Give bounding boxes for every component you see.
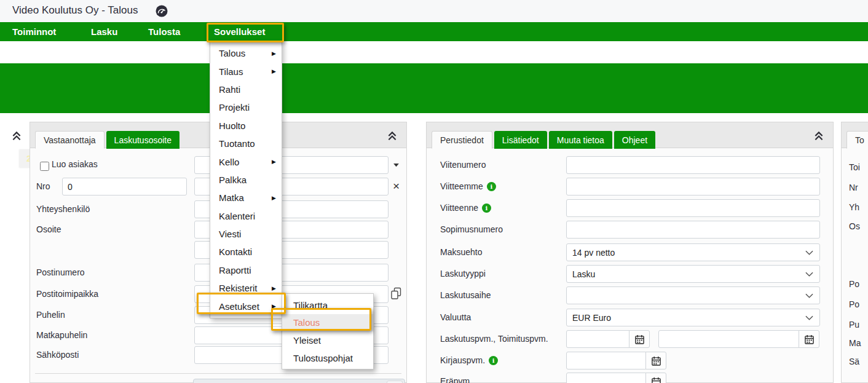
panel-collapse-button[interactable] <box>813 130 824 141</box>
chevron-down-icon <box>805 315 813 320</box>
puhelin-label: Puhelin <box>36 310 65 320</box>
sopimusnumero-label: Sopimusnumero <box>440 224 503 234</box>
tab-toimitusosoite[interactable]: To <box>846 131 868 149</box>
calendar-icon <box>635 334 644 344</box>
nro-label: Nro <box>36 181 50 191</box>
submenu-item-tulostuspohjat[interactable]: Tulostuspohjat <box>282 349 373 367</box>
chevron-down-icon <box>805 250 813 255</box>
tab-laskutusosoite[interactable]: Laskutusosoite <box>106 131 180 149</box>
submenu-item-talous[interactable]: Talous <box>282 314 373 332</box>
calendar-icon <box>652 356 661 366</box>
collapse-all-button[interactable] <box>11 130 22 141</box>
menu-item-talous[interactable]: Talous▶ <box>210 44 282 62</box>
kirjauspvm-input[interactable] <box>566 352 646 369</box>
menu-item-asetukset[interactable]: Asetukset▶ <box>210 297 282 315</box>
menu-item-palkka[interactable]: Palkka <box>210 171 282 189</box>
laskutuspvm-input[interactable] <box>566 330 629 348</box>
viitenumero-input[interactable] <box>566 156 820 174</box>
recipient-tabs: Vastaanottaja Laskutusosoite <box>35 131 180 149</box>
laskutuspvm-calendar-button[interactable] <box>629 330 650 348</box>
viitteenne-input[interactable] <box>566 199 820 217</box>
laskutuspvm-toimituspvm-label: Laskutuspvm., Toimituspvm. <box>440 334 548 344</box>
tab-lisatiedot[interactable]: Lisätiedot <box>494 131 547 149</box>
menu-toiminnot[interactable]: Toiminnot <box>12 22 56 41</box>
section-divider <box>35 373 401 374</box>
toimituspvm-calendar-button[interactable] <box>799 330 819 348</box>
submenu-item-tilikartta[interactable]: Tilikartta <box>282 296 373 314</box>
laskutyyppi-select[interactable]: Lasku <box>566 265 820 283</box>
tab-vastaanottaja[interactable]: Vastaanottaja <box>35 131 105 149</box>
submenu-item-yleiset[interactable]: Yleiset <box>282 331 373 349</box>
submenu-arrow-icon: ▶ <box>272 50 276 57</box>
menu-item-rekisterit[interactable]: Rekisterit▶ <box>210 279 282 297</box>
tab-ohjeet[interactable]: Ohjeet <box>614 131 655 149</box>
menu-item-kontakti[interactable]: Kontakti <box>210 243 282 261</box>
menu-item-viesti[interactable]: Viesti <box>210 225 282 243</box>
far-field-label: Po <box>849 279 859 289</box>
info-icon[interactable]: i <box>482 203 491 213</box>
osoite-label: Osoite <box>36 224 61 234</box>
laskutusaihe-label: Laskutusaihe <box>440 290 491 300</box>
basic-info-tabs: Perustiedot Lisätiedot Muuta tietoa Ohje… <box>432 131 655 149</box>
menu-sovellukset[interactable]: Sovellukset <box>214 22 265 41</box>
submenu-arrow-icon: ▶ <box>272 195 276 201</box>
yhteyshenkilo-label: Yhteyshenkilö <box>36 204 90 214</box>
delivery-tabs: To <box>846 131 868 149</box>
panel-collapse-button[interactable] <box>387 130 398 141</box>
basic-info-panel: Perustiedot Lisätiedot Muuta tietoa Ohje… <box>426 122 834 383</box>
menu-item-rahti[interactable]: Rahti <box>210 81 282 98</box>
viitteemme-input[interactable] <box>566 178 820 195</box>
delivery-panel: To Toi Nr Yh Os Po Po Pu Ma Sä <box>841 122 868 383</box>
nro-input[interactable] <box>62 178 187 195</box>
far-field-label: Nr <box>849 183 858 192</box>
menu-lasku[interactable]: Lasku <box>91 22 117 41</box>
laskutusaihe-select[interactable] <box>566 286 820 304</box>
toimituspvm-input[interactable] <box>658 330 799 348</box>
combo-caret-icon[interactable] <box>393 163 400 167</box>
menu-item-tilaus[interactable]: Tilaus▶ <box>210 62 282 80</box>
calendar-icon <box>652 377 661 383</box>
valuutta-select[interactable]: EUR Euro <box>566 309 820 326</box>
valuutta-label: Valuutta <box>440 312 471 322</box>
menu-item-tuotanto[interactable]: Tuotanto <box>210 135 282 152</box>
gauge-icon <box>156 5 168 17</box>
far-field-label: Pu <box>849 320 859 330</box>
submenu-arrow-icon: ▶ <box>272 68 276 74</box>
menu-item-projekti[interactable]: Projekti <box>210 98 282 116</box>
kirjauspvm-calendar-button[interactable] <box>645 352 666 369</box>
asetukset-submenu: Tilikartta Talous Yleiset Tulostuspohjat <box>282 293 374 369</box>
menu-item-raportti[interactable]: Raportti <box>210 261 282 279</box>
postinumero-label: Postinumero <box>36 267 85 277</box>
viitenumero-label: Viitenumero <box>440 160 486 170</box>
next-section-box <box>193 379 405 383</box>
menu-item-huolto[interactable]: Huolto <box>210 117 282 135</box>
postitoimipaikka-label: Postitoimipaikka <box>36 289 98 299</box>
far-field-label: Ma <box>849 338 861 348</box>
erapvm-input[interactable] <box>566 373 646 383</box>
menu-item-kalenteri[interactable]: Kalenteri <box>210 207 282 225</box>
chevron-down-icon <box>805 293 813 298</box>
far-field-label: Po <box>849 299 859 309</box>
info-icon[interactable]: i <box>489 356 498 365</box>
maksuehto-select[interactable]: 14 pv netto <box>566 243 820 261</box>
create-customer-checkbox[interactable] <box>40 162 49 171</box>
window-title: Video Koulutus Oy - Talous <box>12 4 138 17</box>
copy-address-icon[interactable] <box>390 287 402 300</box>
matkapuhelin-label: Matkapuhelin <box>36 330 87 340</box>
far-field-label: Sä <box>849 357 859 366</box>
kirjauspvm-label: Kirjauspvm.i <box>440 355 498 365</box>
menubar: Toiminnot Lasku Tulosta Sovellukset <box>0 22 868 41</box>
tab-perustiedot[interactable]: Perustiedot <box>432 131 492 149</box>
next-section-control[interactable] <box>387 381 403 383</box>
clear-icon[interactable]: × <box>393 181 400 192</box>
menu-item-matka[interactable]: Matka▶ <box>210 189 282 207</box>
menu-tulosta[interactable]: Tulosta <box>148 22 180 41</box>
sahkoposti-label: Sähköposti <box>36 350 79 360</box>
erapvm-calendar-button[interactable] <box>645 373 666 383</box>
menu-item-kello[interactable]: Kello▶ <box>210 152 282 170</box>
info-icon[interactable]: i <box>487 182 496 191</box>
tab-muuta-tietoa[interactable]: Muuta tietoa <box>549 131 612 149</box>
submenu-arrow-icon: ▶ <box>272 285 276 291</box>
sopimusnumero-input[interactable] <box>566 221 820 239</box>
far-field-label: Os <box>849 221 860 231</box>
